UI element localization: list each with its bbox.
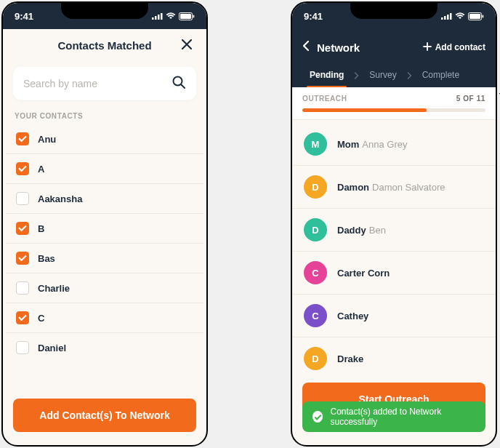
chevron-right-icon <box>404 72 415 79</box>
tab-complete[interactable]: Complete <box>415 64 467 87</box>
contact-row[interactable]: Charlie <box>6 273 203 303</box>
contact-name: Daniel <box>38 343 66 353</box>
contact-checkbox[interactable] <box>16 132 29 145</box>
toast-message: Contact(s) added to Network successfully <box>330 407 475 427</box>
back-icon[interactable] <box>302 40 310 55</box>
svg-rect-2 <box>158 15 160 20</box>
section-label-your-contacts: YOUR CONTACTS <box>3 105 206 124</box>
contact-row[interactable]: Daniel <box>6 333 203 362</box>
close-icon[interactable] <box>180 38 193 54</box>
status-bar: 9:41 <box>3 3 206 29</box>
wifi-icon <box>166 12 176 20</box>
svg-rect-9 <box>441 17 443 20</box>
notch <box>350 1 438 19</box>
contact-checkbox[interactable] <box>16 281 29 295</box>
contact-list: AnuAAakanshaBBasCharlieCDaniel <box>3 124 206 362</box>
contact-name: Cathey <box>337 311 368 321</box>
status-time: 9:41 <box>304 11 323 22</box>
screen-network: 9:41 Network Add contact Pending Survey <box>291 1 497 447</box>
network-row[interactable]: CCarter Corn <box>292 252 496 295</box>
svg-rect-1 <box>155 16 157 20</box>
avatar: D <box>304 175 327 199</box>
avatar: C <box>304 261 327 284</box>
tabs: Pending Survey Complete <box>302 64 485 87</box>
contact-checkbox[interactable] <box>16 222 29 235</box>
add-contact-label: Add contact <box>435 42 485 52</box>
tab-survey[interactable]: Survey <box>362 64 403 87</box>
contact-checkbox[interactable] <box>16 162 29 175</box>
svg-rect-14 <box>469 14 480 19</box>
outreach-label: OUTREACH <box>302 95 347 103</box>
contact-name: C <box>38 313 44 324</box>
svg-rect-11 <box>447 15 449 20</box>
progress-bar <box>302 108 485 112</box>
add-contact-button[interactable]: Add contact <box>423 42 485 53</box>
svg-point-7 <box>174 77 182 86</box>
contact-checkbox[interactable] <box>16 192 29 205</box>
contact-row[interactable]: Aakansha <box>6 184 203 214</box>
contact-name: Aakansha <box>38 193 82 204</box>
outreach-count: 5 OF 11 <box>456 95 485 103</box>
contact-row[interactable]: A <box>6 154 203 184</box>
svg-rect-0 <box>152 17 154 20</box>
network-row[interactable]: CCathey <box>292 295 496 337</box>
modal-title: Contacts Matched <box>57 39 151 52</box>
network-row[interactable]: DDrake <box>292 337 496 380</box>
notch <box>61 1 148 19</box>
svg-rect-10 <box>444 16 446 20</box>
avatar: C <box>304 304 327 327</box>
progress-fill <box>302 108 427 112</box>
network-list: MMomAnna GreyDDamonDamon SalvatoreDDaddy… <box>292 120 496 383</box>
outreach-progress: OUTREACH 5 OF 11 <box>292 87 496 120</box>
contact-name: Bas <box>38 253 55 264</box>
contact-name: A <box>38 164 44 175</box>
contact-checkbox[interactable] <box>16 341 29 354</box>
contact-subtext: Damon Salvatore <box>372 182 445 193</box>
contact-row[interactable]: Anu <box>6 124 203 154</box>
signal-icon <box>152 12 163 20</box>
contact-row[interactable]: Bas <box>6 244 203 273</box>
chevron-right-icon <box>351 72 362 79</box>
status-icons <box>441 12 484 20</box>
contact-name: Damon <box>337 182 369 193</box>
network-row[interactable]: MMomAnna Grey <box>292 123 496 166</box>
contact-checkbox[interactable] <box>16 311 29 324</box>
signal-icon <box>441 12 452 20</box>
wifi-icon <box>455 12 465 20</box>
network-row[interactable]: DDamonDamon Salvatore <box>292 166 496 209</box>
nav-bar: Network Add contact Pending Survey Compl… <box>292 29 496 87</box>
contact-name: Drake <box>337 353 363 364</box>
svg-rect-12 <box>450 13 452 20</box>
contact-name: Charlie <box>38 283 70 294</box>
battery-icon <box>468 12 484 20</box>
add-to-network-button[interactable]: Add Contact(s) To Network <box>13 399 196 432</box>
contact-name: Mom <box>337 139 359 150</box>
plus-icon <box>423 42 432 53</box>
contact-checkbox[interactable] <box>16 252 29 265</box>
contact-subtext: Anna Grey <box>362 139 407 150</box>
contact-name: Daddy <box>337 225 366 236</box>
contact-row[interactable]: B <box>6 214 203 244</box>
cta-container: Add Contact(s) To Network <box>13 399 196 432</box>
check-circle-icon <box>312 411 323 423</box>
avatar: D <box>304 218 327 241</box>
avatar: D <box>304 347 327 370</box>
svg-rect-6 <box>193 15 195 17</box>
annotation-arrow-icon: ↔ <box>497 87 500 99</box>
tab-pending[interactable]: Pending <box>302 64 351 87</box>
network-row[interactable]: DDaddyBen <box>292 209 496 252</box>
success-toast: Contact(s) added to Network successfully <box>302 401 485 432</box>
contact-row[interactable]: C <box>6 303 203 333</box>
contact-name: B <box>38 223 44 234</box>
svg-rect-3 <box>161 13 163 20</box>
status-icons <box>152 12 195 20</box>
svg-rect-15 <box>483 15 484 17</box>
search-field[interactable] <box>13 67 196 100</box>
search-input[interactable] <box>23 78 166 89</box>
contact-name: Carter Corn <box>337 268 390 279</box>
nav-title: Network <box>317 41 360 54</box>
avatar: M <box>304 132 327 156</box>
contact-name: Anu <box>38 134 56 145</box>
status-bar: 9:41 <box>292 3 496 29</box>
contact-subtext: Ben <box>369 225 386 236</box>
